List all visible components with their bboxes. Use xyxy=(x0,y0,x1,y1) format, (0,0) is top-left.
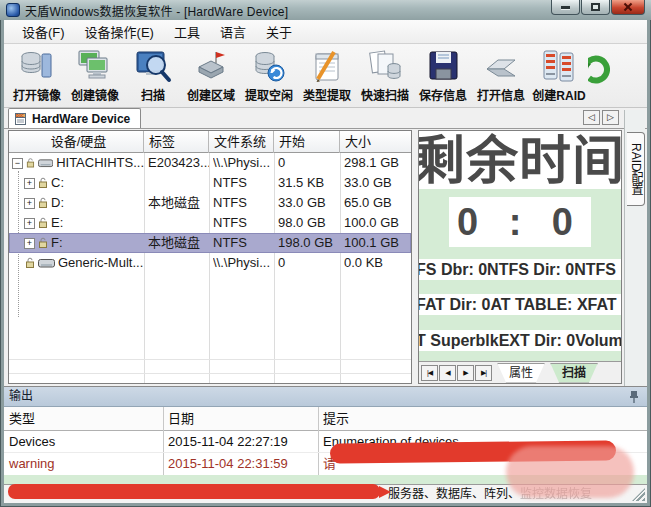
log-row-devices[interactable]: Devices 2015-11-04 22:27:19 Enumeration … xyxy=(4,431,647,453)
menu-device-operation[interactable]: 设备操作(E) xyxy=(75,19,164,44)
open-info-icon xyxy=(481,47,521,85)
disk-icon xyxy=(38,258,55,268)
toolbar-label: 类型提取 xyxy=(303,86,351,103)
main-area: 设备/硬盘 标签 文件系统 开始 大小 − xyxy=(4,128,647,386)
device-fs: NTFS xyxy=(213,173,274,193)
open-image-icon xyxy=(17,47,57,85)
disk-icon xyxy=(38,158,53,168)
menu-language[interactable]: 语言 xyxy=(210,19,256,44)
table-row-c[interactable]: + C: NTFS 31.5 KB 33.0 GB xyxy=(9,173,411,193)
type-extract-button[interactable]: 类型提取 xyxy=(298,47,356,103)
output-title-bar: 输出 xyxy=(4,387,647,407)
create-raid-button[interactable]: 创建RAID xyxy=(530,47,588,103)
tab-scan[interactable]: 扫描 xyxy=(550,363,598,383)
out-col-date[interactable]: 日期 xyxy=(163,407,318,431)
out-col-hint[interactable]: 提示 xyxy=(318,407,638,431)
create-image-icon xyxy=(75,47,115,85)
toolbar-label: 快速扫描 xyxy=(361,86,409,103)
out-col-type[interactable]: 类型 xyxy=(4,407,163,431)
toolbar: 打开镜像 创建镜像 xyxy=(4,44,647,108)
scan-icon xyxy=(133,47,173,85)
collapse-box[interactable]: − xyxy=(12,158,23,169)
pin-icon[interactable] xyxy=(629,390,639,403)
table-row-hitachi[interactable]: − HITACHIHTS... E203423... \\.\Physi... … xyxy=(9,153,411,173)
col-start[interactable]: 开始 xyxy=(274,131,340,153)
menu-device[interactable]: 设备(F) xyxy=(12,19,75,44)
minimize-button[interactable] xyxy=(551,0,580,15)
unlock-icon xyxy=(38,197,48,209)
tab-hardware-device[interactable]: DOC HardWare Device xyxy=(8,108,141,128)
resize-grip[interactable] xyxy=(632,488,645,501)
device-name: C: xyxy=(51,173,64,193)
device-table: 设备/硬盘 标签 文件系统 开始 大小 − xyxy=(8,130,412,384)
table-row-generic[interactable]: Generic-Mult... \\.\Physi... 0 0.0 KB xyxy=(9,253,411,273)
unlock-icon xyxy=(38,217,48,229)
nav-next-button[interactable]: ▶ xyxy=(457,365,474,381)
nav-first-button[interactable]: |◀ xyxy=(421,365,438,381)
status-text-covered: 监控数据恢复 xyxy=(520,487,592,501)
unlock-icon xyxy=(38,237,48,249)
expand-box[interactable]: + xyxy=(24,218,35,229)
table-row-e[interactable]: + E: NTFS 98.0 GB 100.0 GB xyxy=(9,213,411,233)
maximize-button[interactable] xyxy=(581,0,610,15)
toolbar-button-partial[interactable] xyxy=(588,47,610,85)
maximize-icon xyxy=(591,3,600,11)
tab-label: HardWare Device xyxy=(32,112,130,126)
create-region-button[interactable]: 创建区域 xyxy=(182,47,240,103)
close-button[interactable] xyxy=(611,0,645,15)
tab-scroll-right-button[interactable]: ▷ xyxy=(602,110,619,125)
col-label[interactable]: 标签 xyxy=(144,131,209,153)
menu-tools[interactable]: 工具 xyxy=(164,19,210,44)
extract-free-button[interactable]: 提取空闲 xyxy=(240,47,298,103)
toolbar-label: 扫描 xyxy=(141,86,165,103)
quick-scan-button[interactable]: 快速扫描 xyxy=(356,47,414,103)
col-filesystem[interactable]: 文件系统 xyxy=(209,131,274,153)
device-size: 65.0 GB xyxy=(344,193,412,213)
output-column-header: 类型 日期 提示 xyxy=(4,407,647,431)
col-device-disk[interactable]: 设备/硬盘 xyxy=(9,131,144,153)
save-info-button[interactable]: 保存信息 xyxy=(414,47,472,103)
status-text: 服务器、数据库、阵列、 xyxy=(388,487,520,501)
tab-properties[interactable]: 属性 xyxy=(497,363,545,383)
minimize-icon xyxy=(561,6,570,9)
type-extract-icon xyxy=(307,47,347,85)
save-info-icon xyxy=(423,47,463,85)
client-area: 设备(F) 设备操作(E) 工具 语言 关于 打开镜像 xyxy=(4,20,647,503)
table-row-d[interactable]: + D: 本地磁盘 NTFS 33.0 GB 65.0 GB xyxy=(9,193,411,213)
device-label: E203423... xyxy=(148,153,209,173)
device-table-header: 设备/硬盘 标签 文件系统 开始 大小 xyxy=(9,131,411,153)
document-tab-bar: DOC HardWare Device ◁ ▷ xyxy=(4,108,647,128)
device-size: 100.1 GB xyxy=(344,233,412,253)
refresh-icon xyxy=(588,47,610,85)
remaining-time-label: 剩余时间 xyxy=(419,131,621,189)
expand-box[interactable]: + xyxy=(24,198,35,209)
device-size: 33.0 GB xyxy=(344,173,412,193)
toolbar-label: 提取空闲 xyxy=(245,86,293,103)
expand-box[interactable]: + xyxy=(24,238,35,249)
nav-last-button[interactable]: ▶| xyxy=(475,365,492,381)
toolbar-label: 创建RAID xyxy=(532,86,585,103)
device-fs: NTFS xyxy=(213,213,274,233)
scan-button[interactable]: 扫描 xyxy=(124,47,182,103)
unlock-icon xyxy=(25,257,35,269)
open-image-button[interactable]: 打开镜像 xyxy=(8,47,66,103)
tab-raid-config[interactable]: RAID配置 xyxy=(627,132,645,206)
device-fs: \\.\Physi... xyxy=(213,253,274,273)
output-panel: 输出 类型 日期 提示 Devices 2015-11-04 22:27:19 … xyxy=(4,386,647,484)
device-label: 本地磁盘 xyxy=(148,233,209,253)
tab-scroll-left-button[interactable]: ◁ xyxy=(583,110,600,125)
unlock-icon xyxy=(38,177,48,189)
expand-box[interactable]: + xyxy=(24,178,35,189)
log-hint: 请 xyxy=(318,453,638,475)
nav-prev-button[interactable]: ◀ xyxy=(439,365,456,381)
create-image-button[interactable]: 创建镜像 xyxy=(66,47,124,103)
device-table-body: − HITACHIHTS... E203423... \\.\Physi... … xyxy=(9,153,411,383)
open-info-button[interactable]: 打开信息 xyxy=(472,47,530,103)
device-fs: \\.\Physi... xyxy=(213,153,274,173)
col-size[interactable]: 大小 xyxy=(340,131,412,153)
menu-about[interactable]: 关于 xyxy=(256,19,302,44)
table-row-f-selected[interactable]: + F: 本地磁盘 NTFS 198.0 GB 100.1 GB xyxy=(9,233,411,253)
log-row-warning[interactable]: warning 2015-11-04 22:31:59 请 xyxy=(4,453,647,475)
remaining-time-value: 0 : 0 xyxy=(449,197,591,247)
device-size: 0.0 KB xyxy=(344,253,412,273)
